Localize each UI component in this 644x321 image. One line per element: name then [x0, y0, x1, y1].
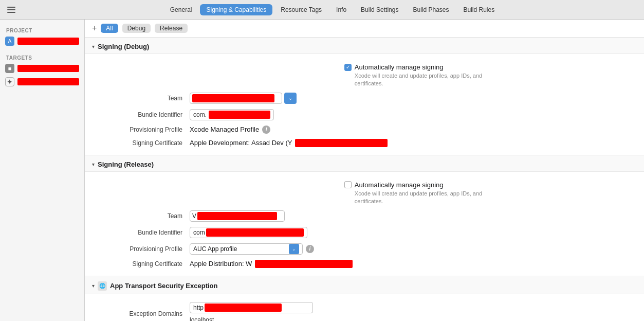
- tab-resource-tags[interactable]: Resource Tags: [274, 4, 328, 15]
- signing-debug-team-row: Team ⌄: [85, 90, 644, 106]
- project-icon: A: [5, 37, 14, 46]
- ats-form: Exception Domains http localhost: [85, 294, 644, 321]
- signing-debug-cert-bar: [295, 139, 388, 147]
- domain1-row: http: [190, 302, 313, 313]
- signing-debug-auto-manage-row: ✓ Automatically manage signing Xcode wil…: [85, 59, 644, 90]
- ats-section: ▾ 🌐 App Transport Security Exception Exc…: [85, 276, 644, 321]
- signing-release-auto-manage-label: Automatically manage signing: [355, 181, 444, 189]
- signing-release-bundle-prefix: com: [193, 229, 205, 236]
- tab-general[interactable]: General: [164, 4, 198, 15]
- domain1-bar: [205, 304, 282, 312]
- targets-section-label: TARGETS: [0, 53, 84, 62]
- sidebar-target1-item[interactable]: ■: [0, 62, 84, 75]
- content-area: + All Debug Release ▾ Signing (Debug) ✓: [85, 20, 644, 321]
- tab-build-phases[interactable]: Build Phases: [407, 4, 455, 15]
- signing-debug-cert-value: Apple Development: Assad Dev (Y: [190, 139, 637, 147]
- signing-debug-form: ✓ Automatically manage signing Xcode wil…: [85, 54, 644, 155]
- exception-domains-value: http localhost: [190, 302, 637, 321]
- tab-build-rules[interactable]: Build Rules: [457, 4, 501, 15]
- ats-chevron[interactable]: ▾: [92, 283, 95, 289]
- signing-release-form: Automatically manage signing Xcode will …: [85, 172, 644, 276]
- signing-debug-chevron[interactable]: ▾: [92, 44, 95, 49]
- signing-release-provision-text: AUC App profile: [193, 245, 287, 253]
- signing-release-auto-manage-desc: Xcode will create and update profiles, a…: [355, 190, 482, 206]
- filter-release-button[interactable]: Release: [155, 24, 188, 33]
- provision-select-arrow-icon: ⌄: [289, 244, 299, 254]
- signing-debug-auto-manage-desc: Xcode will create and update profiles, a…: [355, 72, 482, 88]
- signing-debug-header: ▾ Signing (Debug): [85, 38, 644, 54]
- exception-domains-row: Exception Domains http localhost: [85, 299, 644, 321]
- top-toolbar: General Signing & Capabilities Resource …: [0, 0, 644, 20]
- signing-release-chevron[interactable]: ▾: [92, 162, 95, 167]
- ats-section-icon: 🌐: [98, 281, 107, 291]
- filter-bar: + All Debug Release: [85, 20, 644, 38]
- signing-release-team-row: Team V: [85, 208, 644, 224]
- sidebar: PROJECT A TARGETS ■ ✦: [0, 20, 85, 321]
- signing-release-provision-label: Provisioning Profile: [92, 245, 190, 253]
- signing-release-title: Signing (Release): [98, 160, 154, 168]
- filter-all-button[interactable]: All: [101, 24, 118, 33]
- svg-rect-0: [7, 7, 15, 8]
- signing-debug-auto-manage-label: Automatically manage signing: [355, 63, 444, 71]
- signing-release-cert-prefix: Apple Distribution: W: [190, 260, 252, 268]
- signing-debug-auto-manage-checkbox[interactable]: ✓: [344, 64, 352, 71]
- target1-icon: ■: [5, 64, 14, 73]
- tab-signing-capabilities[interactable]: Signing & Capabilities: [200, 4, 272, 15]
- signing-debug-auto-manage-label-row: ✓ Automatically manage signing: [344, 63, 482, 71]
- signing-release-team-bar: [197, 212, 277, 220]
- signing-debug-bundle-input-wrap[interactable]: com.: [190, 109, 274, 120]
- signing-debug-bundle-row: Bundle Identifier com.: [85, 106, 644, 123]
- signing-release-cert-value: Apple Distribution: W: [190, 260, 637, 268]
- tab-build-settings[interactable]: Build Settings: [355, 4, 404, 15]
- signing-release-team-label: Team: [92, 212, 190, 220]
- signing-debug-auto-manage-content: ✓ Automatically manage signing Xcode wil…: [344, 63, 482, 88]
- add-capability-button[interactable]: +: [92, 24, 97, 32]
- signing-release-provision-info-icon[interactable]: i: [306, 245, 314, 253]
- signing-release-team-prefix: V: [192, 212, 196, 220]
- signing-debug-team-bar: [192, 94, 274, 102]
- signing-debug-provision-text: Xcode Managed Profile: [190, 126, 259, 133]
- svg-rect-2: [7, 12, 15, 13]
- signing-release-auto-manage-content: Automatically manage signing Xcode will …: [344, 181, 482, 206]
- signing-debug-section: ▾ Signing (Debug) ✓ Automatically manage…: [85, 38, 644, 155]
- nav-tabs: General Signing & Capabilities Resource …: [26, 4, 639, 15]
- signing-debug-team-select-button[interactable]: ⌄: [284, 93, 297, 104]
- project-section-label: PROJECT: [0, 26, 84, 34]
- signing-debug-provision-label: Provisioning Profile: [92, 126, 190, 133]
- signing-release-bundle-label: Bundle Identifier: [92, 229, 190, 236]
- filter-debug-button[interactable]: Debug: [122, 24, 151, 33]
- tab-info[interactable]: Info: [330, 4, 353, 15]
- ats-title: App Transport Security Exception: [110, 282, 218, 290]
- signing-debug-provision-info-icon[interactable]: i: [262, 126, 270, 134]
- signing-release-cert-label: Signing Certificate: [92, 260, 190, 268]
- signing-debug-provision-value: Xcode Managed Profile i: [190, 126, 637, 134]
- ats-header: ▾ 🌐 App Transport Security Exception: [85, 276, 644, 294]
- signing-release-cert-row: Signing Certificate Apple Distribution: …: [85, 257, 644, 271]
- signing-debug-cert-prefix: Apple Development: Assad Dev (Y: [190, 139, 292, 147]
- signing-release-provision-select[interactable]: AUC App profile ⌄: [190, 243, 303, 255]
- sidebar-toggle-button[interactable]: [5, 4, 17, 16]
- signing-debug-cert-label: Signing Certificate: [92, 139, 190, 147]
- check-icon: ✓: [346, 64, 350, 70]
- signing-release-header: ▾ Signing (Release): [85, 155, 644, 172]
- signing-debug-bundle-label: Bundle Identifier: [92, 111, 190, 118]
- signing-debug-team-label: Team: [92, 95, 190, 102]
- signing-release-auto-manage-row: Automatically manage signing Xcode will …: [85, 177, 644, 208]
- exception-domains-label: Exception Domains: [92, 310, 190, 317]
- signing-release-provision-row: Provisioning Profile AUC App profile ⌄ i: [85, 241, 644, 257]
- signing-debug-provision-row: Provisioning Profile Xcode Managed Profi…: [85, 123, 644, 136]
- signing-release-bundle-row: Bundle Identifier com: [85, 224, 644, 241]
- project-name-bar: [17, 38, 79, 45]
- signing-debug-bundle-prefix: com.: [193, 111, 207, 118]
- target2-icon: ✦: [5, 77, 14, 86]
- sidebar-target2-item[interactable]: ✦: [0, 75, 84, 88]
- signing-debug-bundle-value: com.: [190, 109, 637, 120]
- signing-debug-title: Signing (Debug): [98, 43, 149, 50]
- sidebar-project-item[interactable]: A: [0, 34, 84, 48]
- signing-release-provision-value: AUC App profile ⌄ i: [190, 243, 637, 255]
- signing-release-bundle-value: com: [190, 227, 637, 238]
- signing-release-auto-manage-checkbox[interactable]: [344, 181, 352, 188]
- signing-debug-team-value: ⌄: [190, 93, 637, 104]
- signing-debug-cert-row: Signing Certificate Apple Development: A…: [85, 136, 644, 150]
- target1-name-bar: [17, 65, 79, 72]
